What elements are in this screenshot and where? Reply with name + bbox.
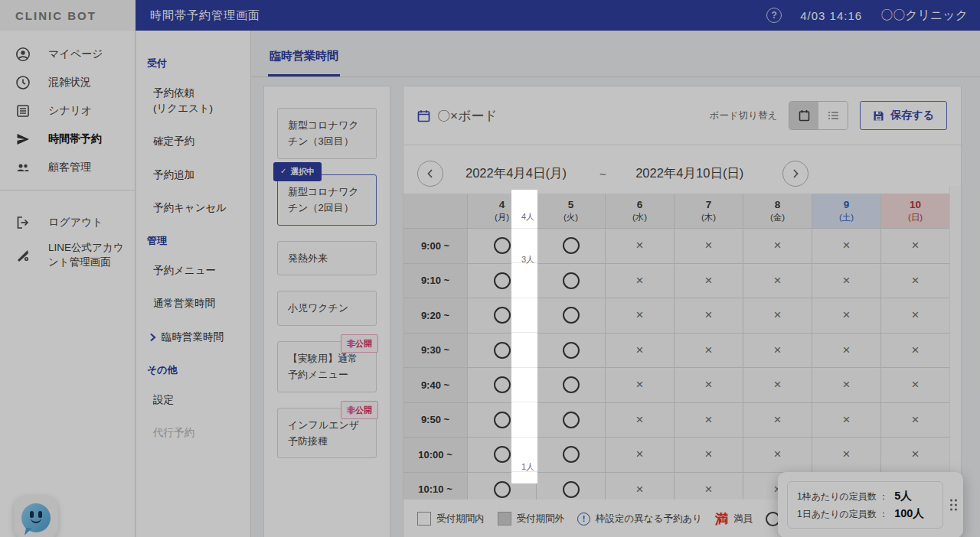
spotlight-capacity-column: 4人 3人 1人 — [511, 190, 537, 483]
capacity-label: 4人 — [521, 211, 534, 223]
app-root: CLINIC BOT 時間帯予約管理画面 ? 4/03 14:16 〇〇クリニッ… — [0, 0, 980, 537]
dim-overlay — [0, 0, 980, 537]
capacity-label: 3人 — [521, 254, 534, 265]
capacity-label: 1人 — [521, 461, 534, 473]
